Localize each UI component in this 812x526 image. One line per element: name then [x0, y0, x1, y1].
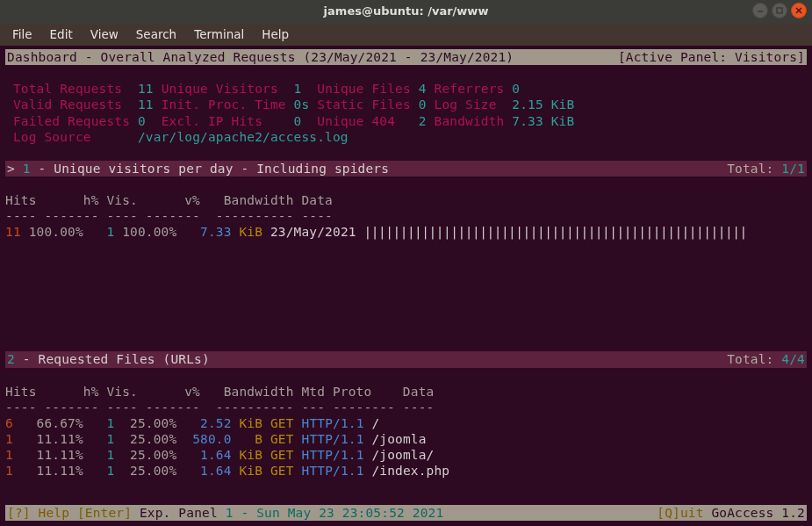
current-panel-time: 1 - Sun May 23 23:05:52 2021	[226, 506, 444, 520]
panel-2-dashes: ---- ------- ---- ------- ---------- ---…	[5, 400, 807, 415]
minimize-icon[interactable]	[752, 3, 768, 18]
bargraph-icon: ||||||||||||||||||||||||||||||||||||||||…	[364, 225, 747, 239]
table-row: 1 11.11% 1 25.00% 580.0 B GET HTTP/1.1 /…	[5, 431, 807, 447]
table-row: 1 11.11% 1 25.00% 1.64 KiB GET HTTP/1.1 …	[5, 447, 807, 463]
window-titlebar: james@ubuntu: /var/www	[0, 0, 812, 24]
blank-row	[5, 304, 807, 320]
blank-row	[5, 65, 807, 81]
active-panel-label: [Active Panel: Visitors]	[618, 49, 805, 65]
panel-1-header[interactable]: > 1 - Unique visitors per day - Includin…	[5, 161, 807, 177]
panel-1-row: 11 100.00% 1 100.00% 7.33 KiB 23/May/202…	[5, 224, 807, 240]
menu-search[interactable]: Search	[129, 25, 183, 44]
menu-terminal[interactable]: Terminal	[187, 25, 251, 44]
maximize-icon[interactable]	[772, 3, 787, 18]
window-title: james@ubuntu: /var/www	[0, 4, 812, 18]
quit-hint: [Q]uit	[657, 506, 711, 520]
enter-hint: [Enter]	[77, 506, 140, 520]
stats-row-4: Log Source /var/log/apache2/access.log	[5, 129, 807, 145]
blank-row	[5, 177, 807, 192]
panel-1-columns: Hits h% Vis. v% Bandwidth Data	[5, 192, 807, 208]
svg-rect-1	[777, 8, 782, 13]
blank-row	[5, 288, 807, 304]
help-hint: [?] Help	[7, 506, 77, 520]
stats-row-1: Total Requests 11 Unique Visitors 1 Uniq…	[5, 81, 807, 97]
blank-row	[5, 320, 807, 335]
blank-row	[5, 335, 807, 351]
stats-row-3: Failed Requests 0 Excl. IP Hits 0 Unique…	[5, 113, 807, 129]
panel-2-columns: Hits h% Vis. v% Bandwidth Mtd Proto Data	[5, 384, 807, 400]
panel-1-dashes: ---- ------- ---- ------- ---------- ---…	[5, 208, 807, 224]
status-line: [?] Help [Enter] Exp. Panel 1 - Sun May …	[5, 505, 807, 521]
window-buttons	[752, 3, 807, 18]
exp-panel-label: Exp. Panel	[140, 506, 226, 520]
dashboard-header: Dashboard - Overall Analyzed Requests (2…	[5, 49, 807, 65]
menubar: File Edit View Search Terminal Help	[0, 24, 812, 46]
menu-view[interactable]: View	[83, 25, 126, 44]
menu-edit[interactable]: Edit	[43, 25, 80, 44]
blank-row	[5, 241, 807, 256]
blank-row	[5, 145, 807, 161]
close-icon[interactable]	[791, 3, 807, 18]
table-row: 1 11.11% 1 25.00% 1.64 KiB GET HTTP/1.1 …	[5, 463, 807, 479]
terminal[interactable]: Dashboard - Overall Analyzed Requests (2…	[0, 46, 812, 526]
stats-row-2: Valid Requests 11 Init. Proc. Time 0s St…	[5, 97, 807, 112]
menu-file[interactable]: File	[5, 25, 40, 44]
app-version: GoAccess 1.2	[711, 506, 805, 520]
blank-row	[5, 368, 807, 384]
blank-row	[5, 256, 807, 272]
dashboard-title: Dashboard - Overall Analyzed Requests (2…	[7, 49, 514, 65]
panel-2-header[interactable]: 2 - Requested Files (URLs) Total: 4/4	[5, 351, 807, 367]
table-row: 6 66.67% 1 25.00% 2.52 KiB GET HTTP/1.1 …	[5, 415, 807, 431]
menu-help[interactable]: Help	[255, 25, 296, 44]
blank-row	[5, 272, 807, 288]
